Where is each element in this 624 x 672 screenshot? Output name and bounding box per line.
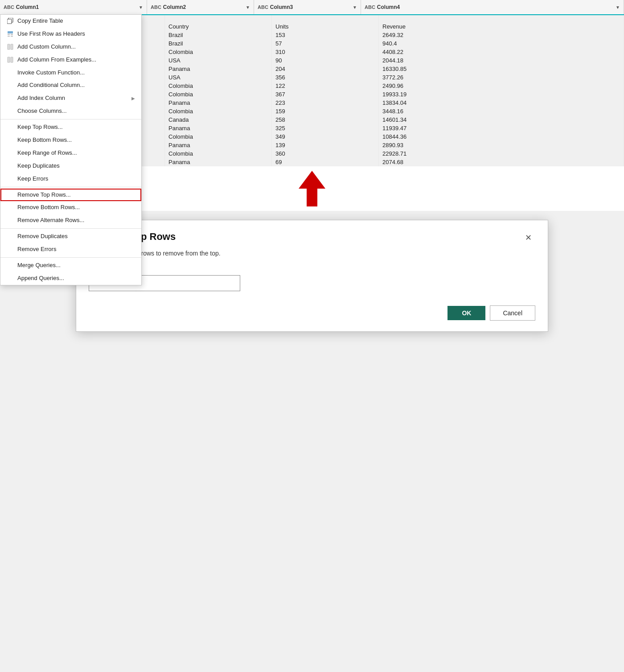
menu-separator-3: [0, 257, 141, 258]
dialog-header: Remove Top Rows ✕: [76, 220, 548, 248]
cell-col2: Canada: [165, 115, 272, 124]
cell-col2: Brazil: [165, 31, 272, 39]
cell-col4: 3448.16: [379, 107, 624, 115]
menu-item-keep-duplicates[interactable]: Keep Duplicates: [0, 160, 141, 173]
cell-col3: 367: [272, 90, 379, 99]
menu-item-append-queries[interactable]: Append Queries...: [0, 272, 141, 285]
cell-col2: Colombia: [165, 48, 272, 56]
cell-col3: 139: [272, 141, 379, 149]
menu-item-keep-top-rows[interactable]: Keep Top Rows...: [0, 121, 141, 134]
menu-item-keep-errors[interactable]: Keep Errors: [0, 173, 141, 186]
column-headers: ABC Column1 ▼ ABC Column2 ▼ ABC Column3 …: [0, 0, 624, 15]
cell-col2: Colombia: [165, 149, 272, 158]
svg-rect-7: [8, 44, 10, 49]
cell-col4: 2074.68: [379, 158, 624, 166]
svg-marker-11: [299, 171, 325, 206]
cell-col4: 13834.04: [379, 99, 624, 107]
remove-bottom-rows-label: Remove Bottom Rows...: [17, 204, 80, 211]
col4-header[interactable]: ABC Column4 ▼: [361, 0, 624, 14]
menu-item-remove-bottom-rows[interactable]: Remove Bottom Rows...: [0, 201, 141, 214]
col3-header[interactable]: ABC Column3 ▼: [254, 0, 361, 14]
cell-col3: 159: [272, 107, 379, 115]
context-menu: Copy Entire TableUse First Row as Header…: [0, 14, 142, 285]
cell-col4: 4408.22: [379, 48, 624, 56]
cell-col3: 360: [272, 149, 379, 158]
menu-item-copy-entire-table[interactable]: Copy Entire Table: [0, 15, 141, 28]
col3-dropdown-icon[interactable]: ▼: [353, 5, 357, 10]
cell-col2: USA: [165, 73, 272, 82]
col3-label: Column3: [270, 4, 351, 10]
menu-item-merge-queries[interactable]: Merge Queries...: [0, 259, 141, 272]
menu-item-use-first-row-as-headers[interactable]: Use First Row as Headers: [0, 28, 141, 41]
menu-item-keep-bottom-rows[interactable]: Keep Bottom Rows...: [0, 134, 141, 147]
menu-item-remove-alternate-rows[interactable]: Remove Alternate Rows...: [0, 214, 141, 227]
cell-col3: Units: [272, 22, 379, 31]
svg-rect-2: [8, 31, 13, 33]
remove-top-rows-dialog: Remove Top Rows ✕ Specify how many rows …: [76, 220, 548, 332]
invoke-custom-function-label: Invoke Custom Function...: [17, 69, 85, 77]
choose-columns-label: Choose Columns...: [17, 107, 67, 115]
keep-errors-label: Keep Errors: [17, 175, 48, 183]
cell-col4: 2490.96: [379, 82, 624, 90]
col1-dropdown-icon[interactable]: ▼: [139, 5, 143, 10]
cell-col2: Panama: [165, 124, 272, 132]
svg-rect-9: [8, 57, 10, 62]
cell-col2: Brazil: [165, 39, 272, 48]
cell-col2: Panama: [165, 158, 272, 166]
svg-rect-1: [7, 19, 12, 24]
cell-col2: USA: [165, 56, 272, 65]
svg-rect-8: [11, 44, 13, 49]
keep-top-rows-label: Keep Top Rows...: [17, 124, 63, 131]
use-first-row-as-headers-icon: [5, 31, 16, 37]
svg-rect-6: [11, 36, 13, 37]
menu-item-keep-range-of-rows[interactable]: Keep Range of Rows...: [0, 147, 141, 160]
cell-col3: 153: [272, 31, 379, 39]
cell-col3: 310: [272, 48, 379, 56]
menu-separator-2: [0, 228, 141, 229]
copy-entire-table-icon: [5, 18, 16, 24]
cell-col4: 2649.32: [379, 31, 624, 39]
col1-type-icon: ABC: [4, 4, 14, 10]
cell-col2: Panama: [165, 141, 272, 149]
remove-errors-label: Remove Errors: [17, 246, 56, 253]
col4-label: Column4: [377, 4, 614, 10]
copy-entire-table-label: Copy Entire Table: [17, 17, 63, 25]
cell-col3: 90: [272, 56, 379, 65]
col2-header[interactable]: ABC Column2 ▼: [147, 0, 254, 14]
menu-item-add-conditional-column[interactable]: Add Conditional Column...: [0, 79, 141, 92]
remove-duplicates-label: Remove Duplicates: [17, 233, 68, 240]
add-conditional-column-label: Add Conditional Column...: [17, 82, 85, 89]
menu-separator-0: [0, 119, 141, 120]
add-index-column-submenu-arrow-icon: ▶: [131, 95, 135, 101]
cell-col4: 10844.36: [379, 132, 624, 141]
dialog-close-button[interactable]: ✕: [521, 231, 535, 244]
ok-button[interactable]: OK: [447, 306, 485, 320]
menu-item-choose-columns[interactable]: Choose Columns...: [0, 105, 141, 118]
menu-item-add-custom-column[interactable]: Add Custom Column...: [0, 41, 141, 54]
dialog-footer: OK Cancel: [76, 298, 548, 331]
col1-label: Column1: [16, 4, 137, 10]
add-custom-column-icon: [5, 44, 16, 50]
col1-header[interactable]: ABC Column1 ▼: [0, 0, 147, 14]
down-arrow-svg: [299, 171, 325, 206]
menu-item-invoke-custom-function[interactable]: Invoke Custom Function...: [0, 66, 141, 79]
col3-type-icon: ABC: [258, 4, 268, 10]
menu-item-remove-errors[interactable]: Remove Errors: [0, 243, 141, 256]
menu-item-add-index-column[interactable]: Add Index Column▶: [0, 92, 141, 105]
menu-item-remove-duplicates[interactable]: Remove Duplicates: [0, 230, 141, 243]
cell-col3: 356: [272, 73, 379, 82]
menu-item-remove-top-rows[interactable]: Remove Top Rows...: [0, 189, 141, 202]
col4-dropdown-icon[interactable]: ▼: [616, 5, 620, 10]
svg-rect-3: [8, 34, 10, 35]
menu-separator-1: [0, 187, 141, 187]
cell-col3: 258: [272, 115, 379, 124]
add-column-from-examples-icon: [5, 57, 16, 63]
cell-col2: Country: [165, 22, 272, 31]
cell-col2: Panama: [165, 99, 272, 107]
menu-item-add-column-from-examples[interactable]: Add Column From Examples...: [0, 54, 141, 66]
col2-dropdown-icon[interactable]: ▼: [246, 5, 250, 10]
cell-col4: 2044.18: [379, 56, 624, 65]
cancel-button[interactable]: Cancel: [490, 305, 535, 321]
merge-queries-label: Merge Queries...: [17, 262, 61, 269]
svg-rect-5: [8, 36, 10, 37]
